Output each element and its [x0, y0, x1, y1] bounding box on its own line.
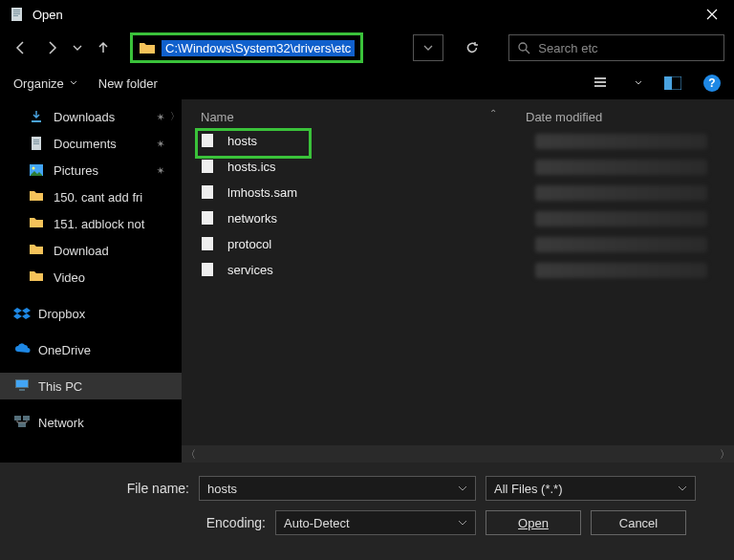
folder-icon — [29, 216, 46, 231]
columns-header: Name ⌃ Date modified — [182, 99, 734, 128]
folder-icon — [29, 269, 46, 285]
sidebar-item-video-folder[interactable]: Video — [0, 264, 182, 291]
close-button[interactable] — [690, 0, 734, 29]
column-name[interactable]: Name ⌃ — [182, 110, 507, 124]
refresh-button[interactable] — [457, 34, 487, 61]
open-button[interactable]: Open — [486, 510, 581, 535]
chevron-down-icon — [458, 518, 467, 528]
sidebar: Downloads ✶ 〉 Documents ✶ Pictures ✶ 150… — [0, 99, 182, 463]
sidebar-item-documents[interactable]: Documents ✶ — [0, 130, 182, 157]
sidebar-item-onedrive[interactable]: OneDrive — [0, 336, 182, 363]
svg-rect-21 — [14, 416, 21, 420]
document-icon — [29, 136, 46, 151]
file-type-select[interactable]: All Files (*.*) — [486, 476, 696, 501]
file-row-hosts[interactable]: hosts — [182, 128, 734, 154]
svg-rect-11 — [32, 120, 41, 122]
date-cell — [535, 185, 707, 201]
computer-icon — [13, 378, 31, 394]
sidebar-item-folder-150[interactable]: 150. cant add fri — [0, 183, 182, 210]
sidebar-item-this-pc[interactable]: This PC — [0, 373, 182, 399]
file-row[interactable]: hosts.ics — [182, 154, 734, 180]
encoding-label: Encoding: — [17, 515, 266, 530]
file-row[interactable]: lmhosts.sam — [182, 180, 734, 205]
svg-rect-22 — [23, 416, 30, 420]
picture-icon — [29, 162, 46, 178]
date-cell — [535, 134, 707, 149]
svg-rect-13 — [33, 140, 39, 140]
folder-icon — [139, 40, 156, 55]
horizontal-scrollbar[interactable]: 〈 〉 — [182, 445, 734, 463]
svg-rect-20 — [19, 389, 25, 391]
file-name-label: File name: — [17, 481, 189, 496]
dropbox-icon — [13, 306, 31, 321]
titlebar: Open — [0, 0, 734, 29]
sort-indicator-icon: ⌃ — [489, 108, 497, 118]
help-button[interactable]: ? — [703, 75, 721, 92]
svg-rect-28 — [202, 237, 213, 250]
sidebar-item-downloads[interactable]: Downloads ✶ 〉 — [0, 103, 182, 130]
file-icon — [201, 236, 218, 253]
bottom-panel: File name: hosts All Files (*.*) Encodin… — [0, 463, 734, 560]
column-date[interactable]: Date modified — [507, 110, 602, 124]
network-icon — [13, 415, 31, 430]
chevron-right-icon: 〉 — [170, 110, 180, 123]
svg-rect-14 — [33, 141, 39, 142]
toolbar: Organize New folder ? — [0, 67, 734, 99]
svg-rect-7 — [594, 81, 606, 83]
address-path[interactable]: C:\Windows\System32\drivers\etc — [162, 40, 355, 56]
address-gap — [377, 32, 399, 63]
recent-locations-button[interactable] — [71, 36, 84, 59]
chevron-down-icon — [70, 79, 77, 87]
svg-point-5 — [519, 43, 527, 51]
file-icon — [201, 133, 218, 150]
pin-icon: ✶ — [153, 136, 168, 151]
svg-rect-6 — [594, 77, 606, 79]
back-button[interactable] — [10, 36, 32, 59]
up-button[interactable] — [92, 36, 115, 59]
navbar: C:\Windows\System32\drivers\etc Search e… — [0, 29, 734, 67]
svg-rect-19 — [16, 380, 28, 387]
file-icon — [201, 159, 218, 176]
search-icon — [517, 41, 530, 54]
search-input[interactable]: Search etc — [508, 34, 724, 61]
chevron-down-icon[interactable] — [635, 79, 642, 87]
svg-rect-27 — [202, 211, 213, 225]
organize-button[interactable]: Organize — [13, 76, 77, 91]
svg-rect-26 — [202, 185, 213, 199]
svg-rect-15 — [33, 143, 39, 144]
scroll-right-icon[interactable]: 〉 — [720, 447, 730, 462]
file-row[interactable]: services — [182, 257, 734, 283]
address-bar[interactable]: C:\Windows\System32\drivers\etc — [130, 32, 363, 63]
svg-rect-2 — [13, 11, 20, 12]
sidebar-item-network[interactable]: Network — [0, 409, 182, 436]
new-folder-button[interactable]: New folder — [98, 76, 158, 91]
cancel-button[interactable]: Cancel — [591, 510, 686, 535]
folder-icon — [29, 189, 46, 205]
date-cell — [535, 160, 707, 175]
file-icon — [201, 210, 218, 227]
svg-rect-3 — [13, 13, 20, 14]
svg-rect-24 — [202, 134, 213, 147]
file-name-input[interactable]: hosts — [199, 476, 476, 501]
forward-button[interactable] — [40, 36, 63, 59]
scroll-left-icon[interactable]: 〈 — [185, 447, 196, 462]
content-split: Downloads ✶ 〉 Documents ✶ Pictures ✶ 150… — [0, 99, 734, 463]
folder-icon — [29, 243, 46, 258]
sidebar-item-dropbox[interactable]: Dropbox — [0, 300, 182, 327]
file-row[interactable]: networks — [182, 205, 734, 231]
sidebar-item-folder-151[interactable]: 151. adblock not — [0, 210, 182, 237]
sidebar-item-pictures[interactable]: Pictures ✶ — [0, 157, 182, 183]
file-row[interactable]: protocol — [182, 231, 734, 257]
address-history-button[interactable] — [413, 34, 443, 61]
svg-rect-25 — [202, 160, 213, 173]
encoding-select[interactable]: Auto-Detect — [275, 510, 476, 535]
pin-icon: ✶ — [153, 109, 168, 124]
preview-pane-button[interactable] — [663, 74, 682, 93]
svg-rect-1 — [13, 10, 20, 11]
view-options-button[interactable] — [594, 74, 614, 93]
search-placeholder: Search etc — [538, 41, 597, 55]
sidebar-item-download-folder[interactable]: Download — [0, 237, 182, 264]
chevron-down-icon — [678, 484, 687, 493]
window-title: Open — [32, 8, 690, 22]
svg-rect-8 — [594, 85, 606, 87]
